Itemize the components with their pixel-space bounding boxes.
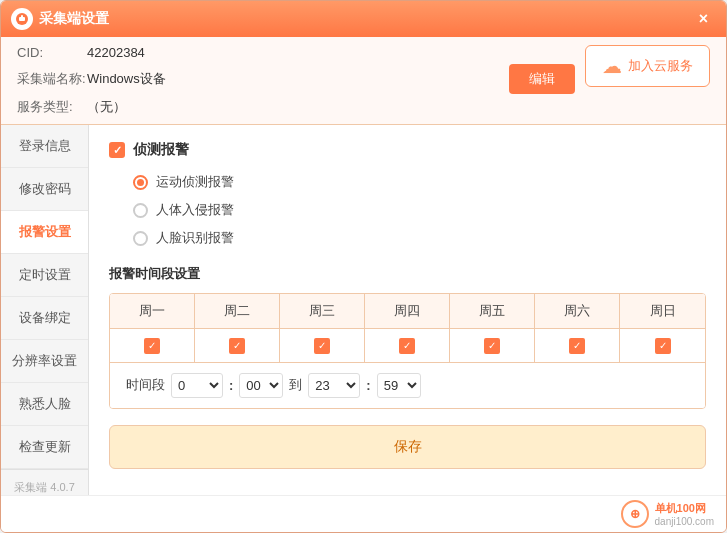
sidebar-item-bind[interactable]: 设备绑定: [1, 297, 88, 340]
close-button[interactable]: ×: [691, 8, 716, 30]
weekday-wed: 周三: [280, 294, 365, 328]
radio-face-label: 人脸识别报警: [156, 229, 234, 247]
save-button[interactable]: 保存: [109, 425, 706, 469]
to-minute-select[interactable]: 00051015 20253035 4045505559: [377, 373, 421, 398]
checkbox-cell-fri: [450, 329, 535, 362]
logo-circle: ⊕: [621, 500, 649, 528]
detect-alarm-checkbox[interactable]: [109, 142, 125, 158]
sidebar-item-update[interactable]: 检查更新: [1, 426, 88, 469]
alarm-type-radio-group: 运动侦测报警 人体入侵报警 人脸识别报警: [133, 173, 706, 247]
radio-face[interactable]: 人脸识别报警: [133, 229, 706, 247]
sidebar-item-password[interactable]: 修改密码: [1, 168, 88, 211]
checkbox-cell-tue: [195, 329, 280, 362]
radio-intrusion-label: 人体入侵报警: [156, 201, 234, 219]
radio-motion[interactable]: 运动侦测报警: [133, 173, 706, 191]
checkbox-cell-wed: [280, 329, 365, 362]
logo-text-area: 单机100网 danji100.com: [655, 501, 714, 527]
colon-1: :: [229, 378, 233, 393]
checkbox-fri[interactable]: [484, 338, 500, 354]
time-range-from-label: 时间段: [126, 376, 165, 394]
weekday-checkbox-row: [110, 328, 705, 362]
weekday-sat: 周六: [535, 294, 620, 328]
radio-face-button[interactable]: [133, 231, 148, 246]
checkbox-mon[interactable]: [144, 338, 160, 354]
sidebar: 登录信息 修改密码 报警设置 定时设置 设备绑定 分辨率设置 熟悉人脸 检查更新…: [1, 125, 89, 495]
app-icon: [11, 8, 33, 30]
sidebar-item-timer[interactable]: 定时设置: [1, 254, 88, 297]
radio-intrusion-button[interactable]: [133, 203, 148, 218]
edit-button[interactable]: 编辑: [509, 64, 575, 94]
weekday-tue: 周二: [195, 294, 280, 328]
time-section-title: 报警时间段设置: [109, 265, 706, 283]
radio-motion-button[interactable]: [133, 175, 148, 190]
device-name-label: 采集端名称:: [17, 70, 87, 88]
cloud-icon: ☁: [602, 54, 622, 78]
sidebar-item-alert[interactable]: 报警设置: [1, 211, 88, 254]
to-label: 到: [289, 376, 302, 394]
service-type-value: （无）: [87, 98, 575, 116]
sidebar-item-login[interactable]: 登录信息: [1, 125, 88, 168]
checkbox-wed[interactable]: [314, 338, 330, 354]
checkbox-cell-sat: [535, 329, 620, 362]
from-minute-select[interactable]: 00051015 20253035 4045505559: [239, 373, 283, 398]
checkbox-sun[interactable]: [655, 338, 671, 354]
main-window: 采集端设置 × CID: 42202384 采集端名称: Windows设备 编…: [0, 0, 727, 533]
sidebar-item-face[interactable]: 熟悉人脸: [1, 383, 88, 426]
content-area: 登录信息 修改密码 报警设置 定时设置 设备绑定 分辨率设置 熟悉人脸 检查更新…: [1, 125, 726, 495]
weekday-sun: 周日: [620, 294, 705, 328]
weekday-mon: 周一: [110, 294, 195, 328]
title-bar: 采集端设置 ×: [1, 1, 726, 37]
checkbox-cell-sun: [620, 329, 705, 362]
cloud-service-button[interactable]: ☁ 加入云服务: [585, 45, 710, 87]
svg-rect-2: [21, 15, 23, 18]
weekdays-header-row: 周一 周二 周三 周四 周五 周六 周日: [110, 294, 705, 328]
detect-alarm-label: 侦测报警: [133, 141, 189, 159]
time-range-row: 时间段 0123 4567 891011 12131415 16171819 2…: [110, 362, 705, 408]
cid-value: 42202384: [87, 45, 575, 60]
cloud-btn-label: 加入云服务: [628, 57, 693, 75]
checkbox-tue[interactable]: [229, 338, 245, 354]
logo-site-name: 单机100网: [655, 501, 714, 516]
header-info: CID: 42202384 采集端名称: Windows设备 编辑 服务类型: …: [1, 37, 726, 125]
checkbox-cell-mon: [110, 329, 195, 362]
main-panel: 侦测报警 运动侦测报警 人体入侵报警 人脸识别报警 报警时间段设置: [89, 125, 726, 495]
radio-intrusion[interactable]: 人体入侵报警: [133, 201, 706, 219]
weekday-thu: 周四: [365, 294, 450, 328]
service-type-label: 服务类型:: [17, 98, 87, 116]
sidebar-item-resolution[interactable]: 分辨率设置: [1, 340, 88, 383]
checkbox-cell-thu: [365, 329, 450, 362]
from-hour-select[interactable]: 0123 4567 891011 12131415 16171819 20212…: [171, 373, 223, 398]
time-table: 周一 周二 周三 周四 周五 周六 周日: [109, 293, 706, 409]
weekday-fri: 周五: [450, 294, 535, 328]
to-hour-select[interactable]: 0123 4567 891011 12131415 16171819 20212…: [308, 373, 360, 398]
checkbox-sat[interactable]: [569, 338, 585, 354]
radio-motion-label: 运动侦测报警: [156, 173, 234, 191]
logo-url: danji100.com: [655, 516, 714, 527]
colon-2: :: [366, 378, 370, 393]
bottom-bar: ⊕ 单机100网 danji100.com: [1, 495, 726, 532]
checkbox-thu[interactable]: [399, 338, 415, 354]
window-title: 采集端设置: [39, 10, 691, 28]
detect-alarm-section: 侦测报警: [109, 141, 706, 159]
logo-circle-icon: ⊕: [630, 507, 640, 521]
cid-label: CID:: [17, 45, 87, 60]
device-name-value: Windows设备: [87, 70, 509, 88]
app-version: 采集端 4.0.7: [1, 469, 88, 495]
